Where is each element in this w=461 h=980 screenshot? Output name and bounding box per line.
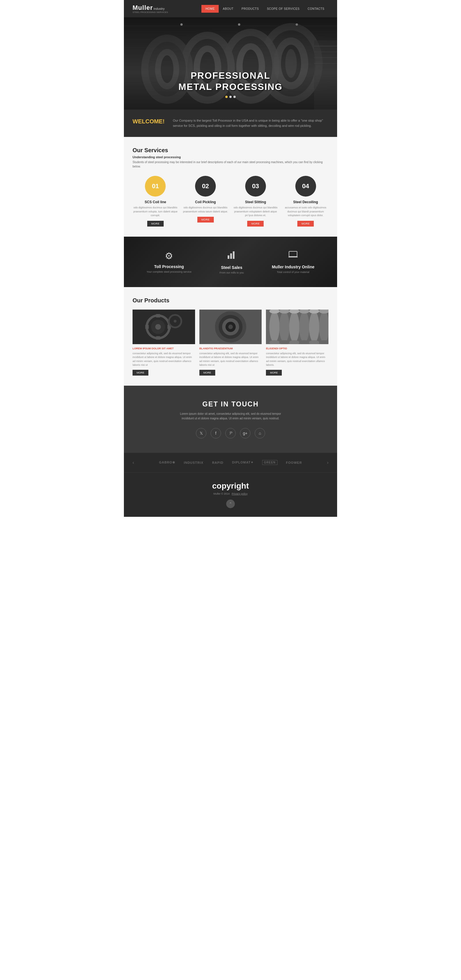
service-text-1: odo digitissimos ducimus qui blanditiis … (132, 206, 178, 218)
banner-subtitle-1: Your complete steel processing service (147, 270, 192, 273)
footer-copyright: copyright (132, 481, 329, 491)
welcome-section: WELCOME! Our Company is the largest Toll… (124, 110, 337, 137)
hero-title: PROFESSIONAL METAL PROCESSING (178, 70, 283, 92)
banner-item-3: Muller Industry Online Total control of … (272, 250, 314, 274)
service-more-3[interactable]: MORE (247, 221, 264, 227)
social-twitter[interactable]: 𝕏 (196, 428, 206, 438)
service-circle-3: 03 (245, 176, 266, 197)
footer-info: Muller © 2014 Privacy policy (132, 492, 329, 495)
dot-3[interactable] (234, 96, 236, 98)
svg-point-50 (269, 311, 280, 342)
service-3: 03 Steel Slitting odo digitissimos ducim… (233, 176, 279, 227)
partners-section: ‹ GABRO❀ INDUSTRIX RAPID DIPLOMAT✦ green… (124, 453, 337, 473)
svg-point-25 (238, 23, 240, 25)
partner-logos: GABRO❀ INDUSTRIX RAPID DIPLOMAT✦ green F… (159, 460, 302, 465)
header: Mullerindustry STEEL PROCESSING SERVICES… (124, 0, 337, 17)
product-text-3: consectetur adipiscing elit, sed do eius… (266, 352, 329, 367)
product-btn-1[interactable]: MORE (132, 370, 148, 375)
service-more-4[interactable]: MORE (297, 221, 314, 227)
nav-about[interactable]: ABOUT (219, 5, 237, 13)
svg-rect-27 (227, 255, 229, 259)
svg-point-24 (180, 23, 183, 25)
banner-item-2: Steel Sales From our mills to you (219, 250, 244, 274)
services-subtitle: Understanding steel processing (132, 155, 329, 159)
banner-title-2: Steel Sales (219, 265, 244, 270)
banner-item-1: ⚙ Toll Processing Your complete steel pr… (147, 250, 192, 273)
social-pinterest[interactable]: 𝓟 (225, 428, 236, 438)
svg-rect-38 (145, 325, 149, 329)
social-github[interactable]: ⌂ (255, 428, 265, 438)
scroll-top-button[interactable]: ⌃ (226, 500, 235, 508)
partners-prev[interactable]: ‹ (132, 460, 134, 465)
products-title: Our Products (132, 297, 329, 304)
dot-2[interactable] (229, 96, 232, 98)
chart-icon (219, 250, 244, 262)
welcome-title: WELCOME! (132, 118, 167, 125)
service-circle-2: 02 (195, 176, 216, 197)
product-link-2[interactable]: BLANDITIS PRAESENTIUM (199, 347, 262, 350)
svg-rect-36 (156, 314, 160, 317)
services-desc: Students of steel processing may be inte… (132, 160, 329, 169)
products-section: Our Products (124, 287, 337, 386)
svg-point-48 (228, 325, 233, 329)
product-btn-3[interactable]: MORE (266, 370, 282, 375)
service-circle-1: 01 (145, 176, 166, 197)
service-name-1: SCS Coil line (132, 200, 178, 204)
nav-home[interactable]: HOME (201, 5, 219, 13)
svg-rect-18 (314, 40, 337, 110)
product-btn-2[interactable]: MORE (199, 370, 215, 375)
products-grid: LOREM IPSUM DOLOR SIT AMET consectetur a… (132, 310, 329, 375)
svg-rect-31 (288, 256, 297, 258)
contact-section: GET IN TOUCH Lorem ipsum dolor sit amet,… (124, 386, 337, 453)
service-1: 01 SCS Coil line odo digitissimos ducimu… (132, 176, 178, 227)
service-name-2: Coil Pickling (183, 200, 229, 204)
contact-title: GET IN TOUCH (132, 400, 329, 408)
gear-icon: ⚙ (147, 250, 192, 261)
svg-rect-30 (289, 251, 297, 256)
social-facebook[interactable]: f (211, 428, 221, 438)
hero-dots (178, 96, 283, 98)
product-2: BLANDITIS PRAESENTIUM consectetur adipis… (199, 310, 262, 375)
svg-point-59 (299, 311, 310, 342)
service-more-1[interactable]: MORE (147, 221, 164, 227)
service-text-2: odo digitissimos ducimus qui blanditiis … (183, 206, 229, 213)
service-text-3: odo digitissimos ducimus qui blanditiis … (233, 206, 279, 218)
partners-next[interactable]: › (327, 460, 329, 465)
nav-scope[interactable]: SCOPE OF SERVICES (263, 5, 304, 13)
product-image-2 (199, 310, 262, 344)
svg-point-35 (155, 324, 161, 330)
partner-industrix: INDUSTRIX (184, 461, 203, 465)
service-text-4: accusamus et iusto odo digitissimos duci… (283, 206, 329, 218)
nav-contacts[interactable]: CONTACTS (304, 5, 329, 13)
contact-desc: Lorem ipsum dolor sit amet, consectetur … (176, 412, 285, 421)
svg-point-62 (309, 311, 319, 342)
service-name-4: Steel Decoiling (283, 200, 329, 204)
partner-rapid: RAPID (212, 461, 223, 465)
partner-diplomat: DIPLOMAT✦ (232, 461, 254, 465)
svg-rect-28 (230, 253, 232, 259)
svg-point-26 (296, 23, 298, 25)
product-text-1: consectetur adipiscing elit, sed do eius… (132, 352, 195, 367)
welcome-text: Our Company is the largest Toll Processo… (173, 118, 329, 128)
product-1: LOREM IPSUM DOLOR SIT AMET consectetur a… (132, 310, 195, 375)
service-name-3: Steel Slitting (233, 200, 279, 204)
logo-name: Muller (132, 4, 153, 11)
hero-section: PROFESSIONAL METAL PROCESSING (124, 17, 337, 110)
product-link-3[interactable]: ELIGENDI OPTIO (266, 347, 329, 350)
banner-subtitle-3: Total control of your material (272, 270, 314, 274)
social-icons: 𝕏 f 𝓟 g+ ⌂ (132, 428, 329, 438)
service-more-2[interactable]: MORE (197, 217, 214, 223)
partner-foower: FOOWER (286, 461, 302, 465)
privacy-link[interactable]: Privacy policy (232, 492, 248, 495)
nav-products[interactable]: PRODUCTS (237, 5, 263, 13)
social-google[interactable]: g+ (240, 428, 250, 438)
svg-rect-37 (156, 336, 160, 340)
dot-1[interactable] (225, 96, 227, 98)
svg-rect-29 (233, 251, 235, 259)
product-image-1 (132, 310, 195, 344)
banner-title-3: Muller Industry Online (272, 265, 314, 269)
product-3: ELIGENDI OPTIO consectetur adipiscing el… (266, 310, 329, 375)
product-link-1[interactable]: LOREM IPSUM DOLOR SIT AMET (132, 347, 195, 350)
product-image-3 (266, 310, 329, 344)
svg-point-56 (289, 311, 299, 342)
